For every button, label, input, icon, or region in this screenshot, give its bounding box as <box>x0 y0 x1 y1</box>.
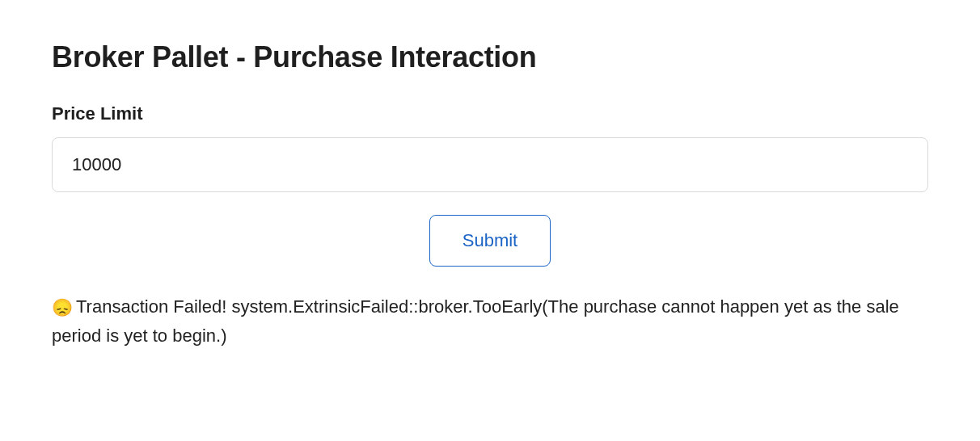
price-limit-label: Price Limit <box>52 103 928 124</box>
price-limit-input[interactable] <box>52 137 928 192</box>
price-limit-group: Price Limit <box>52 103 928 192</box>
submit-row: Submit <box>52 215 928 267</box>
status-message: 😞Transaction Failed! system.ExtrinsicFai… <box>52 292 928 350</box>
submit-button[interactable]: Submit <box>429 215 551 267</box>
sad-emoji-icon: 😞 <box>52 298 73 317</box>
page-title: Broker Pallet - Purchase Interaction <box>52 40 928 74</box>
status-text: Transaction Failed! system.ExtrinsicFail… <box>52 296 899 346</box>
